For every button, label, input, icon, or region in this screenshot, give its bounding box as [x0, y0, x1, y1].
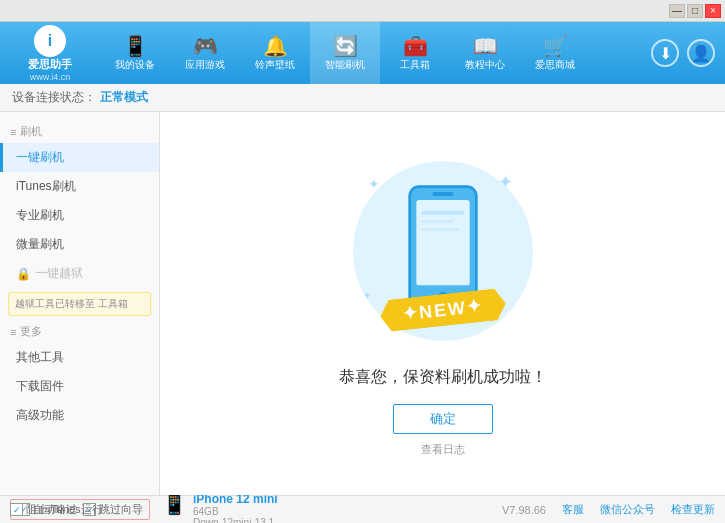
- ringtones-icon: 🔔: [263, 34, 288, 58]
- jailbreak-label: 一键越狱: [35, 265, 83, 282]
- status-prefix: 设备连接状态：: [12, 89, 96, 106]
- minimize-btn[interactable]: —: [669, 4, 685, 18]
- sparkle-icon-2: ✦: [498, 171, 513, 193]
- goto-daily-link[interactable]: 查看日志: [421, 442, 465, 457]
- nav-bar: 📱 我的设备 🎮 应用游戏 🔔 铃声壁纸 🔄 智能刷机 🧰 工具箱 📖 教程中心…: [100, 22, 651, 84]
- nav-smart-flash[interactable]: 🔄 智能刷机: [310, 22, 380, 84]
- tutorials-icon: 📖: [473, 34, 498, 58]
- sidebar: ≡ 刷机 一键刷机 iTunes刷机 专业刷机 微量刷机 🔒 一键越狱 越狱工具…: [0, 112, 160, 495]
- logo-title: 爱思助手: [28, 57, 72, 72]
- tutorials-label: 教程中心: [465, 58, 505, 72]
- svg-rect-3: [432, 192, 453, 196]
- sparkle-icon-1: ✦: [368, 176, 380, 192]
- device-version: Down-12mini-13,1: [193, 517, 278, 524]
- device-storage: 64GB: [193, 506, 278, 517]
- apps-games-icon: 🎮: [193, 34, 218, 58]
- new-badge: ✦NEW✦: [378, 287, 507, 332]
- sidebar-item-itunes-flash[interactable]: iTunes刷机: [0, 172, 159, 201]
- confirm-button[interactable]: 确定: [393, 404, 493, 434]
- smart-flash-icon: 🔄: [333, 34, 358, 58]
- maximize-btn[interactable]: □: [687, 4, 703, 18]
- section-label-flash: 刷机: [20, 124, 42, 139]
- customer-service-link[interactable]: 客服: [562, 502, 584, 517]
- sidebar-jailbreak-notice: 越狱工具已转移至 工具箱: [8, 292, 151, 316]
- toolbox-label: 工具箱: [400, 58, 430, 72]
- lock-icon: 🔒: [16, 267, 31, 281]
- store-icon: 🛒: [543, 34, 568, 58]
- nav-toolbox[interactable]: 🧰 工具箱: [380, 22, 450, 84]
- sidebar-item-one-key-flash[interactable]: 一键刷机: [0, 143, 159, 172]
- logo-subtitle: www.i4.cn: [30, 72, 71, 82]
- device-phone-icon: 📱: [162, 492, 187, 516]
- toolbox-icon: 🧰: [403, 34, 428, 58]
- itunes-label[interactable]: 阻止iTunes运行: [26, 502, 103, 517]
- sidebar-section-flash: ≡ 刷机: [0, 120, 159, 143]
- logo-area: i 爱思助手 www.i4.cn: [0, 22, 100, 84]
- user-btn[interactable]: 👤: [687, 39, 715, 67]
- version-text: V7.98.66: [502, 504, 546, 516]
- itunes-section: ✓ 阻止iTunes运行: [10, 502, 103, 517]
- section-label-more: 更多: [20, 324, 42, 339]
- svg-rect-6: [421, 228, 458, 231]
- device-details: iPhone 12 mini 64GB Down-12mini-13,1: [193, 492, 278, 524]
- download-btn[interactable]: ⬇: [651, 39, 679, 67]
- smart-flash-label: 智能刷机: [325, 58, 365, 72]
- sidebar-item-pro-flash[interactable]: 专业刷机: [0, 201, 159, 230]
- bottom-bar: ✓ 自动略过 ✓ 跳过向导 📱 iPhone 12 mini 64GB Down…: [0, 495, 725, 523]
- phone-bg-circle: ✦ ✦ ✦ ✦NEW✦: [353, 161, 533, 341]
- success-illustration: ✦ ✦ ✦ ✦NEW✦: [343, 151, 543, 351]
- sidebar-section-jailbreak: 🔒 一键越狱: [0, 259, 159, 288]
- sidebar-item-advanced[interactable]: 高级功能: [0, 401, 159, 430]
- main-layout: ≡ 刷机 一键刷机 iTunes刷机 专业刷机 微量刷机 🔒 一键越狱 越狱工具…: [0, 112, 725, 495]
- wechat-link[interactable]: 微信公众号: [600, 502, 655, 517]
- new-ribbon-wrap: ✦NEW✦: [353, 294, 533, 326]
- close-btn[interactable]: ×: [705, 4, 721, 18]
- sidebar-section-more: ≡ 更多: [0, 320, 159, 343]
- nav-ringtones[interactable]: 🔔 铃声壁纸: [240, 22, 310, 84]
- bottom-right: V7.98.66 客服 微信公众号 检查更新: [502, 502, 715, 517]
- nav-tutorials[interactable]: 📖 教程中心: [450, 22, 520, 84]
- nav-apps-games[interactable]: 🎮 应用游戏: [170, 22, 240, 84]
- itunes-checkmark: ✓: [10, 503, 23, 516]
- sidebar-item-other-tools[interactable]: 其他工具: [0, 343, 159, 372]
- header: i 爱思助手 www.i4.cn 📱 我的设备 🎮 应用游戏 🔔 铃声壁纸 🔄 …: [0, 22, 725, 84]
- my-device-label: 我的设备: [115, 58, 155, 72]
- ringtones-label: 铃声壁纸: [255, 58, 295, 72]
- section-icon-flash: ≡: [10, 126, 16, 138]
- svg-rect-4: [421, 210, 464, 214]
- status-mode: 正常模式: [100, 89, 148, 106]
- sidebar-item-download-firmware[interactable]: 下载固件: [0, 372, 159, 401]
- nav-store[interactable]: 🛒 爱思商城: [520, 22, 590, 84]
- section-icon-more: ≡: [10, 326, 16, 338]
- store-label: 爱思商城: [535, 58, 575, 72]
- check-update-link[interactable]: 检查更新: [671, 502, 715, 517]
- logo-icon: i: [34, 25, 66, 57]
- apps-games-label: 应用游戏: [185, 58, 225, 72]
- svg-rect-5: [421, 220, 453, 223]
- status-bar: 设备连接状态： 正常模式: [0, 84, 725, 112]
- nav-my-device[interactable]: 📱 我的设备: [100, 22, 170, 84]
- header-right: ⬇ 👤: [651, 39, 725, 67]
- title-bar: — □ ×: [0, 0, 725, 22]
- sidebar-item-micro-flash[interactable]: 微量刷机: [0, 230, 159, 259]
- skip-wizard-label: 跳过向导: [99, 502, 143, 517]
- device-section: 📱 iPhone 12 mini 64GB Down-12mini-13,1: [158, 492, 278, 524]
- content-area: ✦ ✦ ✦ ✦NEW✦: [160, 112, 725, 495]
- my-device-icon: 📱: [123, 34, 148, 58]
- success-text: 恭喜您，保资料刷机成功啦！: [339, 367, 547, 388]
